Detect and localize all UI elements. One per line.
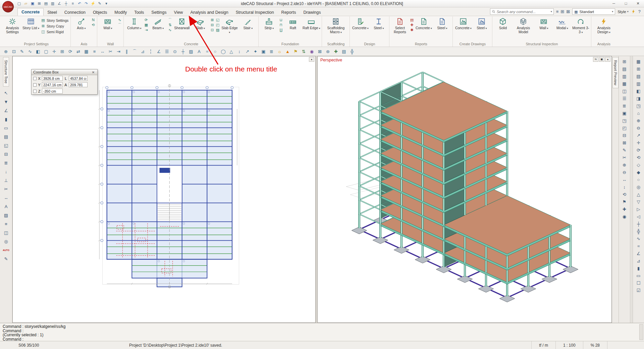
slab-list-icon[interactable]: ◱ — [2, 142, 10, 149]
plan-view-pane[interactable]: ▴ — [12, 56, 316, 323]
tab-view[interactable]: View — [170, 9, 187, 16]
fillet-icon[interactable]: ⌒ — [131, 48, 138, 55]
axes-icon[interactable]: ┼ — [634, 220, 643, 228]
status-units[interactable]: tf / m — [531, 341, 555, 349]
raft-button[interactable]: Raft — [284, 16, 302, 42]
fit-height-icon[interactable]: ↕ — [620, 184, 629, 191]
foundation-list-icon[interactable]: ⊟ — [2, 150, 10, 158]
tab-reports[interactable]: Reports — [278, 9, 300, 16]
angle-icon[interactable]: ∠ — [634, 250, 643, 257]
view-section-icon[interactable]: ▥ — [634, 80, 643, 87]
lightning-icon[interactable] — [631, 9, 636, 14]
redo-icon[interactable]: ↷ — [83, 1, 89, 6]
warning-icon[interactable]: ▲ — [284, 48, 291, 55]
coord-y-input[interactable] — [42, 82, 63, 87]
undo-icon[interactable]: ↶ — [76, 1, 83, 6]
floor-plan-drawing[interactable] — [97, 84, 245, 291]
standart-combobox[interactable]: ▦ Standart ▾ — [572, 8, 615, 15]
annotation-icon[interactable]: ✎ — [2, 255, 10, 263]
pane-maximize-icon[interactable]: ▴ — [309, 57, 314, 62]
extend-icon[interactable]: ⇥ — [115, 48, 122, 55]
zoom-extents-icon[interactable]: ⊡ — [11, 48, 17, 55]
render-icon[interactable]: ◎ — [634, 184, 643, 191]
slab-hatch-icon[interactable]: ▨ — [215, 28, 220, 32]
properties-icon[interactable]: ☰ — [164, 48, 170, 55]
wall-list-icon[interactable]: ▤ — [2, 133, 10, 141]
analysis-model-button[interactable]: Analysis Model — [512, 16, 534, 42]
view-left-icon[interactable]: ◧ — [634, 88, 643, 95]
beam-list-icon[interactable]: ▭ — [2, 124, 10, 132]
left-view-icon[interactable]: ◁ — [634, 213, 643, 220]
strip-button[interactable]: Strip — [260, 16, 278, 42]
layers-icon[interactable]: ≡ — [70, 1, 76, 6]
design-concrete-button[interactable]: Concrete — [351, 16, 369, 42]
pile-footing-icon[interactable]: ∐ — [279, 28, 283, 32]
snap-icon[interactable]: ┼ — [63, 1, 69, 6]
north-icon[interactable]: N — [593, 57, 598, 62]
tab-structural-inspection[interactable]: Structural Inspection — [232, 9, 278, 16]
stair-button[interactable]: Stair — [239, 16, 257, 42]
zoom-window-icon[interactable]: ⊕ — [3, 48, 9, 55]
display-settings-icon[interactable]: ◎ — [2, 238, 10, 245]
dimension-tool-icon[interactable]: ↔ — [2, 194, 10, 202]
status-zoom[interactable]: % 28 — [583, 341, 607, 349]
report-settings-icon[interactable]: ✱ — [410, 28, 414, 32]
axis-rotate-icon[interactable]: ⟲ — [91, 23, 95, 27]
beam-button[interactable]: Beam — [149, 16, 167, 42]
story-copy-button[interactable]: ⊞Story Copy — [41, 24, 68, 28]
column-offset-icon[interactable]: ⇥ — [144, 28, 148, 32]
fit-width-icon[interactable]: ↔ — [620, 176, 629, 183]
solid-button[interactable]: Solid — [494, 16, 512, 42]
offset-icon[interactable]: ∥ — [123, 48, 130, 55]
image-icon[interactable]: ▣ — [260, 48, 267, 55]
measure-angle-icon[interactable]: ∠ — [156, 48, 162, 55]
refresh-report-icon[interactable]: ⟲ — [620, 191, 629, 198]
zoom-extent-3d-icon[interactable]: ↗ — [634, 132, 643, 139]
support-icon[interactable]: ⊥ — [2, 177, 10, 184]
ellipse-icon[interactable]: ◯ — [220, 48, 226, 55]
slab-edge-button[interactable]: Slab Edge — [220, 16, 238, 42]
window-layout-icon[interactable]: ⊞ — [560, 9, 564, 15]
zoom-in-3d-icon[interactable]: ⊕ — [634, 117, 643, 124]
view-plan-icon[interactable]: ▤ — [634, 73, 643, 80]
zoom-in-icon[interactable]: ⊕ — [620, 161, 629, 168]
scaffolding-macro-button[interactable]: Scaffolding Macro — [323, 16, 348, 42]
levels-icon[interactable]: ⇅ — [301, 48, 307, 55]
status-scale[interactable]: 1 : 100 — [555, 341, 583, 349]
section-cut-icon[interactable]: ✂ — [2, 185, 10, 193]
edit-report-icon[interactable]: ✎ — [620, 147, 629, 154]
select-window-icon[interactable]: ⊠ — [317, 48, 323, 55]
stair-list-icon[interactable]: ≣ — [2, 159, 10, 167]
close-window-icon[interactable]: ⊠ — [566, 9, 570, 15]
record-icon[interactable]: ◉ — [620, 213, 629, 220]
structural-3d-model[interactable] — [318, 56, 612, 322]
table-icon[interactable]: ▤ — [341, 48, 347, 55]
clip-box-icon[interactable]: ☐ — [634, 280, 643, 287]
symbol-icon[interactable]: ✦ — [252, 48, 259, 55]
close-button[interactable]: ✕ — [632, 0, 644, 7]
perspective-view-pane[interactable]: Perspective N ▣ ▴ — [317, 56, 612, 323]
copy-icon[interactable]: ⊞ — [59, 48, 65, 55]
move-icon[interactable]: ✛ — [51, 48, 57, 55]
hatch-tool-icon[interactable]: ▨ — [2, 211, 10, 219]
load-icon[interactable]: ↓ — [2, 168, 10, 176]
structure-filter-icon[interactable]: ▼ — [2, 98, 10, 106]
modal-shape-icon[interactable]: ∿ — [634, 235, 643, 242]
analysis-lightning-icon[interactable]: ⚡ — [90, 1, 96, 6]
column-section-icon[interactable]: ▦ — [144, 23, 148, 27]
wave-icon[interactable]: ≈ — [634, 243, 643, 250]
drawings-steel-button[interactable]: Steel — [473, 16, 491, 42]
tab-connection[interactable]: Connection — [61, 9, 89, 16]
region-icon[interactable]: ▢ — [43, 48, 49, 55]
rotate-icon[interactable]: ⟳ — [67, 48, 73, 55]
measure-icon[interactable]: ∠ — [56, 1, 62, 6]
axis-list-icon[interactable]: ∠ — [2, 107, 10, 114]
coord-x-lock-checkbox[interactable] — [33, 77, 37, 80]
delete-page-icon[interactable]: ⊠ — [620, 139, 629, 146]
footer-icon[interactable]: ◰ — [620, 124, 629, 132]
lamp-icon[interactable]: ☼ — [276, 48, 283, 55]
beam-view-icon[interactable]: ▭ — [634, 272, 643, 279]
wireframe-icon[interactable]: ◇ — [634, 161, 643, 168]
folder-open-icon[interactable]: ▱ — [23, 1, 29, 6]
orbit-icon[interactable]: ⟳ — [634, 147, 643, 154]
